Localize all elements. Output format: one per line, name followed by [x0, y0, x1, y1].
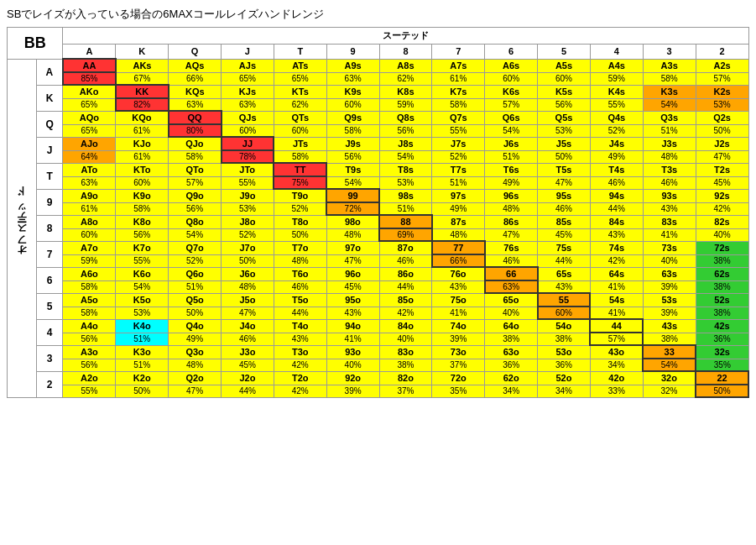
cell-bot-9-10: 41%	[590, 307, 643, 319]
cell-top-4-8: T6s	[485, 163, 538, 176]
cell-top-11-10: 43o	[590, 345, 643, 359]
cell-top-12-0: A2o	[63, 371, 116, 385]
cell-bot-3-6: 54%	[379, 150, 432, 163]
cell-bot-0-0: 85%	[63, 72, 116, 85]
cell-bot-0-11: 58%	[643, 72, 696, 85]
cell-bot-4-12: 45%	[696, 176, 748, 189]
cell-bot-1-12: 53%	[696, 98, 748, 111]
cell-bot-8-1: 54%	[116, 280, 169, 293]
cell-bot-10-5: 41%	[326, 333, 379, 345]
cell-bot-5-5: 72%	[326, 202, 379, 215]
cell-top-8-5: 96o	[326, 267, 379, 280]
cell-top-7-4: T7o	[274, 241, 326, 254]
cell-bot-5-8: 48%	[485, 202, 538, 215]
cell-bot-9-4: 44%	[274, 307, 326, 319]
cell-top-11-1: K3o	[116, 345, 169, 359]
cell-top-4-7: T7s	[432, 163, 485, 176]
cell-bot-3-9: 50%	[538, 150, 591, 163]
cell-bot-8-3: 48%	[222, 280, 274, 293]
cell-top-10-11: 43s	[643, 319, 696, 333]
row-label-6: 6	[36, 267, 63, 293]
cell-top-6-0: A8o	[63, 215, 116, 228]
cell-top-11-12: 32s	[696, 345, 748, 359]
cell-top-3-5: J9s	[326, 137, 379, 150]
cell-bot-8-2: 51%	[169, 280, 222, 293]
cell-bot-2-11: 51%	[643, 124, 696, 137]
cell-top-4-0: ATo	[63, 163, 116, 176]
cell-top-6-3: J8o	[222, 215, 274, 228]
cell-top-12-11: 32o	[643, 371, 696, 385]
cell-top-7-8: 76s	[485, 241, 538, 254]
cell-bot-5-2: 56%	[169, 202, 222, 215]
cell-bot-1-10: 55%	[590, 98, 643, 111]
row-label-T: T	[36, 163, 63, 189]
cell-top-0-4: ATs	[274, 59, 326, 72]
cell-bot-2-9: 53%	[538, 124, 591, 137]
cell-top-3-2: QJo	[169, 137, 222, 150]
cell-bot-12-2: 47%	[169, 385, 222, 397]
cell-bot-0-10: 59%	[590, 72, 643, 85]
cell-top-0-1: AKs	[116, 59, 169, 72]
cell-bot-1-1: 82%	[116, 98, 169, 111]
cell-top-8-11: 63s	[643, 267, 696, 280]
cell-bot-1-8: 57%	[485, 98, 538, 111]
cell-bot-9-12: 38%	[696, 307, 748, 319]
row-label-J: J	[36, 137, 63, 163]
cell-top-0-10: A4s	[590, 59, 643, 72]
cell-top-1-11: K3s	[643, 85, 696, 98]
cell-bot-3-12: 47%	[696, 150, 748, 163]
cell-bot-2-8: 54%	[485, 124, 538, 137]
cell-top-5-10: 94s	[590, 189, 643, 202]
cell-bot-10-8: 38%	[485, 333, 538, 345]
cell-bot-12-0: 55%	[63, 385, 116, 397]
cell-bot-11-0: 56%	[63, 359, 116, 371]
cell-top-11-6: 83o	[379, 345, 432, 359]
cell-bot-11-3: 45%	[222, 359, 274, 371]
cell-bot-11-7: 37%	[432, 359, 485, 371]
cell-top-3-4: JTs	[274, 137, 326, 150]
row-label-7: 7	[36, 241, 63, 267]
cell-top-4-2: QTo	[169, 163, 222, 176]
cell-bot-7-6: 46%	[379, 254, 432, 267]
cell-top-6-6: 88	[379, 215, 432, 228]
cell-top-8-2: Q6o	[169, 267, 222, 280]
cell-top-11-11: 33	[643, 345, 696, 359]
cell-top-4-1: KTo	[116, 163, 169, 176]
cell-bot-1-2: 63%	[169, 98, 222, 111]
cell-top-10-12: 42s	[696, 319, 748, 333]
cell-top-2-12: Q2s	[696, 111, 748, 124]
cell-top-11-9: 53o	[538, 345, 591, 359]
cell-bot-4-1: 60%	[116, 176, 169, 189]
cell-top-8-10: 64s	[590, 267, 643, 280]
cell-top-1-5: K9s	[326, 85, 379, 98]
cell-top-12-10: 42o	[590, 371, 643, 385]
cell-top-12-3: J2o	[222, 371, 274, 385]
cell-top-5-0: A9o	[63, 189, 116, 202]
cell-bot-9-5: 43%	[326, 307, 379, 319]
cell-top-3-1: KJo	[116, 137, 169, 150]
cell-bot-0-2: 66%	[169, 72, 222, 85]
cell-bot-4-6: 53%	[379, 176, 432, 189]
cell-bot-7-3: 50%	[222, 254, 274, 267]
cell-bot-8-10: 41%	[590, 280, 643, 293]
cell-top-4-3: JTo	[222, 163, 274, 176]
cell-top-4-10: T4s	[590, 163, 643, 176]
cell-bot-1-11: 54%	[643, 98, 696, 111]
cell-bot-12-3: 44%	[222, 385, 274, 397]
cell-top-8-9: 65s	[538, 267, 591, 280]
cell-bot-1-5: 60%	[326, 98, 379, 111]
cell-top-2-7: Q7s	[432, 111, 485, 124]
cell-bot-11-4: 42%	[274, 359, 326, 371]
cell-top-7-11: 73s	[643, 241, 696, 254]
cell-top-2-9: Q5s	[538, 111, 591, 124]
cell-bot-3-0: 64%	[63, 150, 116, 163]
cell-bot-8-8: 63%	[485, 280, 538, 293]
cell-top-6-2: Q8o	[169, 215, 222, 228]
cell-top-1-7: K7s	[432, 85, 485, 98]
cell-top-10-9: 54o	[538, 319, 591, 333]
cell-bot-9-2: 50%	[169, 307, 222, 319]
cell-bot-5-9: 46%	[538, 202, 591, 215]
cell-bot-4-7: 51%	[432, 176, 485, 189]
cell-top-9-6: 85o	[379, 293, 432, 307]
cell-top-7-2: Q7o	[169, 241, 222, 254]
